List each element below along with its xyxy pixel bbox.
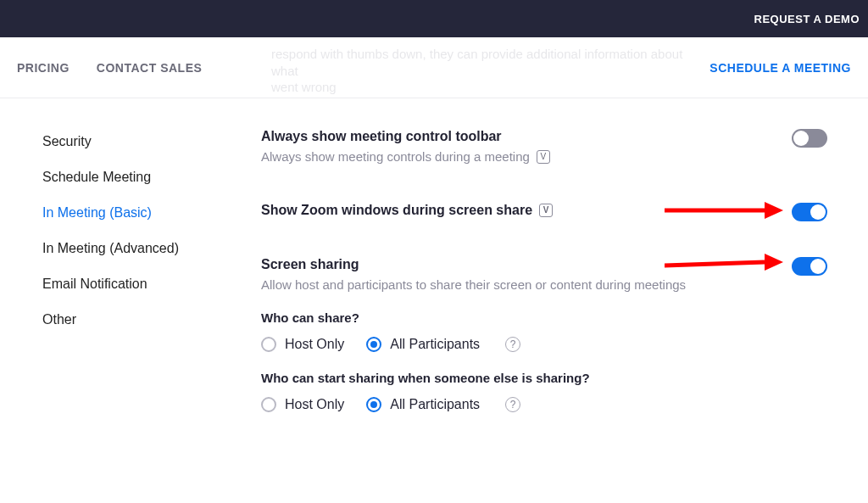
toggle-show-zoom-windows[interactable] (792, 203, 827, 221)
radio-icon (366, 397, 381, 412)
radio-label: All Participants (390, 397, 480, 412)
radio-label: Host Only (285, 397, 344, 412)
toggle-knob (793, 131, 809, 146)
radio-host-only[interactable]: Host Only (261, 337, 344, 352)
toggle-knob (810, 204, 826, 220)
help-icon[interactable]: ? (505, 397, 520, 412)
radio-label: All Participants (390, 337, 480, 352)
sub-nav-bar: PRICING CONTACT SALES respond with thumb… (0, 37, 868, 98)
setting-title: Show Zoom windows during screen share (261, 203, 532, 218)
radio-icon (366, 337, 381, 352)
setting-title: Screen sharing (261, 257, 359, 272)
radio-row-who-can-share: Host Only All Participants ? (261, 337, 827, 352)
sidebar-item-in-meeting-advanced[interactable]: In Meeting (Advanced) (42, 231, 220, 266)
setting-screen-sharing: Screen sharing Allow host and participan… (261, 257, 827, 412)
v-badge-icon: V (537, 150, 550, 164)
settings-sidebar: Security Schedule Meeting In Meeting (Ba… (0, 98, 220, 503)
radio-all-participants-2[interactable]: All Participants (366, 397, 480, 412)
faded-background-text: respond with thumbs down, they can provi… (271, 46, 712, 96)
request-demo-link[interactable]: REQUEST A DEMO (754, 13, 860, 25)
radio-all-participants[interactable]: All Participants (366, 337, 480, 352)
question-who-can-start-sharing: Who can start sharing when someone else … (261, 371, 827, 385)
help-icon[interactable]: ? (505, 337, 520, 352)
nav-contact-sales[interactable]: CONTACT SALES (97, 61, 202, 75)
top-bar: REQUEST A DEMO (0, 0, 868, 37)
toggle-always-toolbar[interactable] (792, 129, 827, 148)
setting-title: Always show meeting control toolbar (261, 129, 502, 144)
radio-row-who-can-start-sharing: Host Only All Participants ? (261, 397, 827, 412)
setting-always-toolbar: Always show meeting control toolbar Alwa… (261, 129, 827, 164)
sidebar-item-other[interactable]: Other (42, 302, 220, 338)
settings-content: Always show meeting control toolbar Alwa… (220, 98, 868, 503)
setting-desc: Always show meeting controls during a me… (261, 149, 530, 164)
radio-host-only-2[interactable]: Host Only (261, 397, 344, 412)
toggle-screen-sharing[interactable] (792, 257, 827, 276)
v-badge-icon: V (539, 204, 553, 217)
sidebar-item-schedule-meeting[interactable]: Schedule Meeting (42, 159, 220, 195)
sidebar-item-in-meeting-basic[interactable]: In Meeting (Basic) (42, 195, 220, 231)
setting-desc: Allow host and participants to share the… (261, 277, 686, 292)
sidebar-item-email-notification[interactable]: Email Notification (42, 266, 220, 302)
radio-icon (261, 337, 276, 352)
schedule-meeting-link[interactable]: SCHEDULE A MEETING (709, 61, 851, 75)
radio-icon (261, 397, 276, 412)
radio-label: Host Only (285, 337, 344, 352)
nav-pricing[interactable]: PRICING (17, 61, 70, 75)
setting-show-zoom-windows: Show Zoom windows during screen share V (261, 203, 827, 218)
toggle-knob (810, 259, 826, 274)
sidebar-item-security[interactable]: Security (42, 124, 220, 159)
question-who-can-share: Who can share? (261, 310, 827, 325)
